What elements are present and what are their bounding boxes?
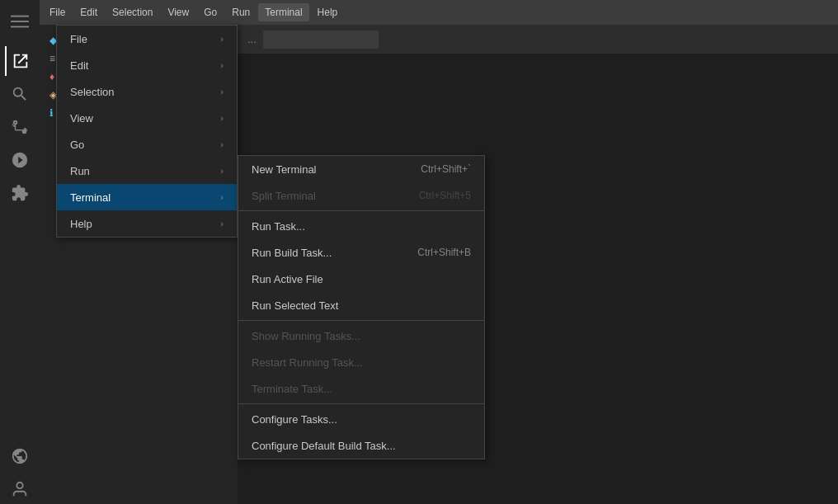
sidebar bbox=[0, 0, 40, 504]
tab-more-button[interactable]: ... bbox=[244, 30, 260, 49]
menu-go-item[interactable]: Go › bbox=[57, 131, 237, 158]
chevron-icon: › bbox=[220, 139, 224, 149]
run-build-task-item[interactable]: Run Build Task... Ctrl+Shift+B bbox=[238, 239, 484, 266]
menu-run[interactable]: Run bbox=[225, 3, 257, 21]
run-debug-icon[interactable] bbox=[5, 145, 35, 175]
menubar: File Edit Selection View Go Run Terminal… bbox=[40, 0, 838, 25]
new-terminal-item[interactable]: New Terminal Ctrl+Shift+` bbox=[238, 156, 484, 182]
extensions-icon[interactable] bbox=[5, 178, 35, 208]
menu-edit-item[interactable]: Edit › bbox=[57, 52, 237, 78]
menu-help-item[interactable]: Help › bbox=[57, 210, 237, 237]
file-icon-codeowners: ≡ bbox=[49, 53, 55, 64]
chevron-icon: › bbox=[220, 219, 224, 228]
primary-dropdown-menu: File › Edit › Selection › View › Go › Ru… bbox=[56, 25, 238, 238]
run-active-file-item[interactable]: Run Active File bbox=[238, 266, 484, 292]
menu-file[interactable]: File bbox=[43, 3, 72, 21]
submenu-divider bbox=[238, 210, 484, 211]
menu-terminal-item[interactable]: Terminal › bbox=[57, 184, 237, 210]
run-selected-text-item[interactable]: Run Selected Text bbox=[238, 292, 484, 318]
menu-view-item[interactable]: View › bbox=[57, 105, 237, 131]
chevron-icon: › bbox=[220, 113, 224, 123]
chevron-icon: › bbox=[220, 166, 224, 176]
menu-go[interactable]: Go bbox=[197, 3, 224, 21]
tab-placeholder bbox=[263, 31, 379, 49]
search-icon[interactable] bbox=[5, 79, 35, 109]
restart-running-task-item[interactable]: Restart Running Task... bbox=[238, 349, 484, 375]
configure-default-build-task-item[interactable]: Configure Default Build Task... bbox=[238, 432, 484, 459]
hamburger-icon[interactable] bbox=[5, 7, 35, 36]
file-icon-readme: ℹ bbox=[49, 107, 54, 119]
chevron-icon: › bbox=[220, 34, 224, 44]
run-task-item[interactable]: Run Task... bbox=[238, 213, 484, 239]
menu-view[interactable]: View bbox=[161, 3, 195, 21]
menu-edit[interactable]: Edit bbox=[73, 3, 104, 21]
accounts-icon[interactable] bbox=[5, 474, 35, 504]
configure-tasks-item[interactable]: Configure Tasks... bbox=[238, 406, 484, 432]
split-terminal-item[interactable]: Split Terminal Ctrl+Shift+5 bbox=[238, 182, 484, 209]
menu-help[interactable]: Help bbox=[311, 3, 345, 21]
remote-icon[interactable] bbox=[5, 441, 35, 471]
source-control-icon[interactable] bbox=[5, 112, 35, 142]
svg-point-3 bbox=[14, 121, 17, 125]
menu-file-item[interactable]: File › bbox=[57, 26, 237, 52]
menu-run-item[interactable]: Run › bbox=[57, 158, 237, 184]
chevron-icon: › bbox=[220, 87, 224, 97]
terminal-submenu: New Terminal Ctrl+Shift+` Split Terminal… bbox=[238, 155, 485, 459]
svg-rect-2 bbox=[11, 26, 29, 28]
chevron-icon: › bbox=[220, 60, 224, 70]
menu-selection-item[interactable]: Selection › bbox=[57, 78, 237, 105]
menu-terminal[interactable]: Terminal bbox=[258, 3, 308, 21]
show-running-tasks-item[interactable]: Show Running Tasks... bbox=[238, 323, 484, 349]
submenu-divider bbox=[238, 403, 484, 404]
explorer-icon[interactable] bbox=[5, 46, 35, 76]
menu-selection[interactable]: Selection bbox=[106, 3, 159, 21]
terminate-task-item[interactable]: Terminate Task... bbox=[238, 375, 484, 402]
file-icon-contributing: ♦ bbox=[49, 71, 54, 82]
svg-rect-0 bbox=[11, 16, 29, 17]
submenu-divider bbox=[238, 320, 484, 321]
svg-rect-1 bbox=[11, 21, 29, 22]
tab-bar: ... bbox=[238, 25, 838, 54]
chevron-icon: › bbox=[220, 192, 224, 202]
